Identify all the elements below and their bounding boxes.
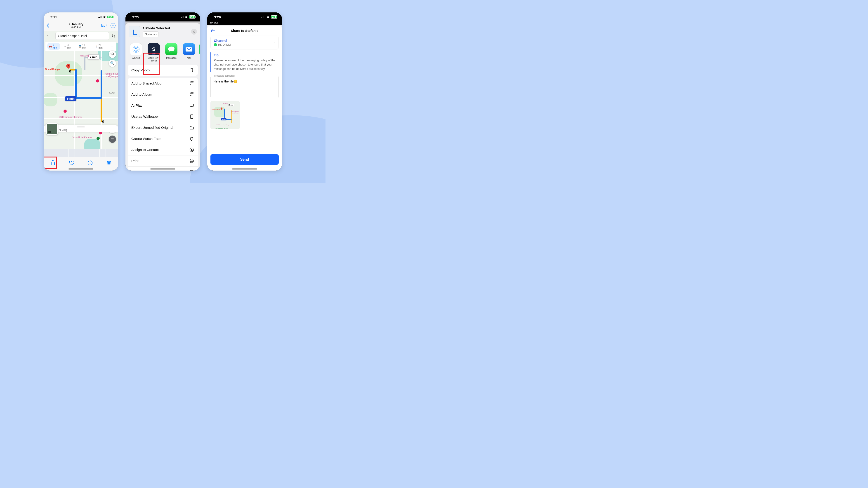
live-photo-thumbnail[interactable] <box>46 123 58 135</box>
share-apps-row[interactable]: AirDrop S2.0 SleekFlow | Social Messages <box>125 40 200 65</box>
share-actions-list: Copy Photo <box>128 65 198 76</box>
action-copy-photo[interactable]: Copy Photo <box>128 65 198 76</box>
close-button[interactable]: ✕ <box>191 29 197 35</box>
wifi-icon <box>103 15 106 18</box>
print-icon <box>189 158 194 163</box>
share-preview-thumbnail[interactable] <box>129 26 140 37</box>
action-add-album[interactable]: Add to Album <box>128 89 198 100</box>
poi-pin-icon <box>96 79 99 83</box>
send-button[interactable]: Send <box>211 154 279 165</box>
channel-name: HK Official <box>218 43 231 46</box>
route-main-time-bubble: 5 min <box>65 96 76 101</box>
app-mail[interactable]: Mail <box>182 43 196 62</box>
action-shared-album[interactable]: Add to Shared Album <box>128 78 198 89</box>
back-to-photos[interactable]: ◂ Photos <box>207 22 282 24</box>
svg-rect-10 <box>191 82 193 82</box>
photo-scrubber[interactable] <box>43 149 118 157</box>
svg-rect-19 <box>191 140 192 141</box>
directions-fab[interactable] <box>109 135 116 143</box>
airplay-icon <box>189 103 194 108</box>
action-export[interactable]: Export Unmodified Original <box>128 122 198 133</box>
drag-handle-icon[interactable]: ⋮ <box>45 33 50 38</box>
mode-car[interactable]: 🚗 5 min <box>47 43 60 50</box>
poi-m-boutiq: M Boutiq <box>80 55 89 57</box>
app-airdrop[interactable]: AirDrop <box>129 43 144 62</box>
action-wallpaper[interactable]: Use as Wallpaper <box>128 111 198 122</box>
share-sheet: 1 Photo Selected Options › ✕ AirDrop <box>125 23 200 170</box>
poi-uni: U&I Homestay Kampar <box>59 116 82 119</box>
tip-heading: Tip <box>214 53 279 57</box>
home-indicator[interactable] <box>150 168 175 169</box>
signal-icon <box>261 16 266 18</box>
mode-moto[interactable]: 🏍 4 min <box>63 43 74 50</box>
info-button[interactable] <box>85 158 95 168</box>
back-button[interactable] <box>46 23 51 28</box>
more-button[interactable] <box>111 23 116 28</box>
poi-pin-icon <box>64 109 67 113</box>
share-title: 1 Photo Selected <box>143 26 188 30</box>
travel-mode-row: 🚗 5 min 🏍 4 min 🚆 17 min 🚶 26 min ✈ <box>45 41 116 51</box>
poi-hotel-kampar: Hotel(Kampa <box>105 75 118 78</box>
share-options-button[interactable]: Options › <box>143 31 159 37</box>
mail-icon <box>183 43 195 55</box>
action-airplay[interactable]: AirPlay <box>128 100 198 111</box>
status-bar: 3:26 97↯ <box>207 12 282 22</box>
photo-content-map[interactable]: 7 min 5 min Grand Kampar Sit Tea Ca M Bo… <box>43 31 118 151</box>
action-print[interactable]: Print <box>128 156 198 166</box>
tip-body: Please be aware of the messaging policy … <box>214 58 279 71</box>
svg-rect-6 <box>186 47 192 52</box>
attachment-preview[interactable]: 7 min 5 min Grand Kamp Kampar Bout Hotel… <box>211 101 240 129</box>
channel-label: Channel <box>214 39 274 42</box>
mode-transit[interactable]: 🚆 17 min <box>77 43 91 50</box>
sheet-handle-icon[interactable] <box>77 127 85 127</box>
svg-rect-17 <box>191 137 193 140</box>
destination-pin-icon <box>66 64 70 70</box>
copy-icon <box>189 68 194 73</box>
status-bar: 3:25 96↯ <box>43 12 118 22</box>
edit-button[interactable]: Edit <box>101 24 107 28</box>
swap-icon[interactable] <box>111 33 116 39</box>
svg-rect-24 <box>191 161 193 163</box>
messages-icon <box>165 43 178 55</box>
favorite-button[interactable] <box>67 158 76 168</box>
poi-dest: Grand Kampar <box>45 68 61 70</box>
svg-rect-15 <box>190 104 193 106</box>
shared-album-icon <box>189 81 194 86</box>
message-input[interactable]: Message (optional) Here is the file😊 <box>211 76 279 98</box>
highlight-sleekflow-app <box>143 53 160 75</box>
layers-button[interactable] <box>109 51 116 58</box>
action-watch-face[interactable]: Create Watch Face <box>128 133 198 144</box>
route-alt-time-bubble: 7 min <box>88 55 99 60</box>
svg-rect-18 <box>191 137 192 137</box>
photo-date: 9 January <box>52 22 100 26</box>
poi-vista: Vista Hotel Kampar <box>72 136 92 139</box>
photos-header: 9 January 8:40 PM Edit <box>43 22 118 31</box>
search-map-button[interactable]: 🔍 <box>109 60 116 67</box>
svg-point-4 <box>134 47 138 52</box>
highlight-share-button <box>43 157 57 169</box>
poi-baru: BARU <box>109 92 115 94</box>
app-messages[interactable]: Messages <box>164 43 179 62</box>
whatsapp-icon <box>199 43 200 55</box>
svg-point-21 <box>191 149 192 150</box>
action-assign-contact[interactable]: Assign to Contact <box>128 144 198 156</box>
phone-photos-app: 3:25 96↯ 9 January 8:40 PM Edit <box>43 12 118 170</box>
home-indicator[interactable] <box>68 168 93 169</box>
app-whatsapp[interactable]: Wh <box>199 43 200 62</box>
status-bar: 3:25 96↯ <box>125 12 200 22</box>
svg-rect-2 <box>90 163 90 164</box>
svg-rect-8 <box>190 69 192 72</box>
channel-selector[interactable]: Channel HK Official › <box>211 36 279 49</box>
mode-walk[interactable]: 🚶 26 min <box>93 43 107 50</box>
destination-input[interactable]: Grand Kampar Hotel <box>55 32 109 40</box>
signal-icon <box>98 16 102 18</box>
home-indicator[interactable] <box>232 168 257 169</box>
mode-flight[interactable]: ✈ <box>110 43 115 50</box>
add-album-icon <box>189 92 194 97</box>
message-label: Message (optional) <box>213 74 237 77</box>
signal-icon <box>180 16 184 18</box>
message-value: Here is the file😊 <box>213 79 276 83</box>
svg-rect-22 <box>191 159 193 160</box>
svg-point-3 <box>135 48 137 51</box>
delete-button[interactable] <box>104 158 114 168</box>
